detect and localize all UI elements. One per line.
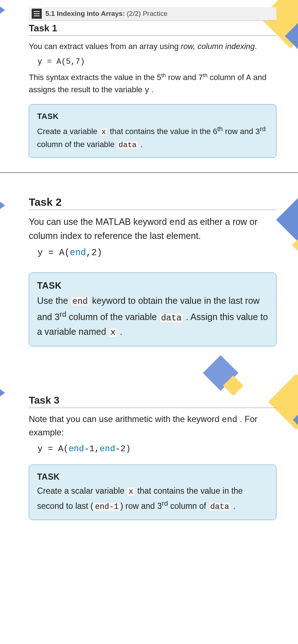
task3-code: y = A(end-1,end-2) <box>37 444 276 454</box>
text: column of the variable <box>66 312 159 322</box>
text: . <box>139 140 143 149</box>
code-text: -2) <box>115 444 131 454</box>
hamburger-menu-icon[interactable] <box>32 9 42 19</box>
text: . <box>231 501 236 511</box>
task2-heading: Task 2 <box>29 196 276 210</box>
keyword-end: end <box>70 248 86 258</box>
inline-code: data <box>208 502 231 512</box>
text: Note that you can use arithmetic with th… <box>29 414 222 424</box>
task-label: TASK <box>37 279 268 293</box>
superscript: rd <box>162 499 168 507</box>
task2-code: y = A(end,2) <box>37 248 276 258</box>
task3-box: TASK Create a scalar variable x that con… <box>29 465 276 520</box>
superscript: th <box>161 72 166 78</box>
breadcrumb-bar: 5.1 Indexing into Arrays: (2/2) Practice <box>29 7 276 21</box>
text: . <box>255 42 257 51</box>
text: Create a variable <box>37 127 100 136</box>
task1-box: TASK Create a variable x that contains t… <box>29 104 276 158</box>
inline-code: x <box>109 327 117 338</box>
keyword-end: end <box>68 444 84 454</box>
inline-code: end <box>71 296 90 307</box>
text: Use the <box>37 296 71 306</box>
inline-code: x <box>100 128 108 137</box>
task1-heading: Task 1 <box>29 23 276 36</box>
task3-intro: Note that you can use arithmetic with th… <box>29 413 276 439</box>
italic-text: row, column indexing <box>181 42 254 51</box>
inline-code: data <box>159 313 184 323</box>
code-text: ,2) <box>86 248 102 258</box>
text: This syntax extracts the value in the 5 <box>29 73 161 82</box>
superscript: rd <box>260 125 266 133</box>
keyword: end <box>170 217 186 228</box>
keyword-end: end <box>100 444 115 454</box>
task2-box: TASK Use the end keyword to obtain the v… <box>29 272 276 347</box>
page-title-rest: (2/2) Practice <box>125 10 167 17</box>
text: . <box>117 327 122 337</box>
page-title: 5.1 Indexing into Arrays: (2/2) Practice <box>45 10 167 18</box>
text: column of the variable <box>37 140 117 149</box>
task1-intro: You can extract values from an array usi… <box>29 41 276 52</box>
task2-intro: You can use the MATLAB keyword end as ei… <box>29 215 276 243</box>
superscript: rd <box>60 310 67 318</box>
page-title-bold: 5.1 Indexing into Arrays: <box>45 10 125 17</box>
text: row and 3 <box>223 127 260 136</box>
task3-heading: Task 3 <box>29 395 276 408</box>
var: y <box>145 86 149 95</box>
superscript: th <box>217 125 223 133</box>
code-text: y = A( <box>37 248 70 258</box>
inline-code: data <box>117 141 138 150</box>
task-label: TASK <box>37 471 268 484</box>
inline-code: end-1 <box>93 502 121 512</box>
keyword: end <box>222 415 237 425</box>
text: ) row and 3 <box>121 501 162 511</box>
superscript: th <box>203 72 208 78</box>
inline-code: x <box>127 487 135 497</box>
task1-code: y = A(5,7) <box>37 57 276 66</box>
text: column of <box>208 73 247 82</box>
text: You can extract values from an array usi… <box>29 42 181 51</box>
task-label: TASK <box>37 110 268 123</box>
code-text: y = A( <box>37 444 68 454</box>
text: You can use the MATLAB keyword <box>29 217 170 227</box>
code-text: -1, <box>84 444 100 454</box>
task1-explain: This syntax extracts the value in the 5t… <box>29 71 276 96</box>
text: row and 7 <box>166 73 203 82</box>
text: . <box>149 85 154 94</box>
text: column of <box>168 501 209 511</box>
var: A <box>246 74 251 83</box>
text: Create a scalar variable <box>37 486 127 496</box>
text: that contains the value in the 6 <box>108 127 217 136</box>
